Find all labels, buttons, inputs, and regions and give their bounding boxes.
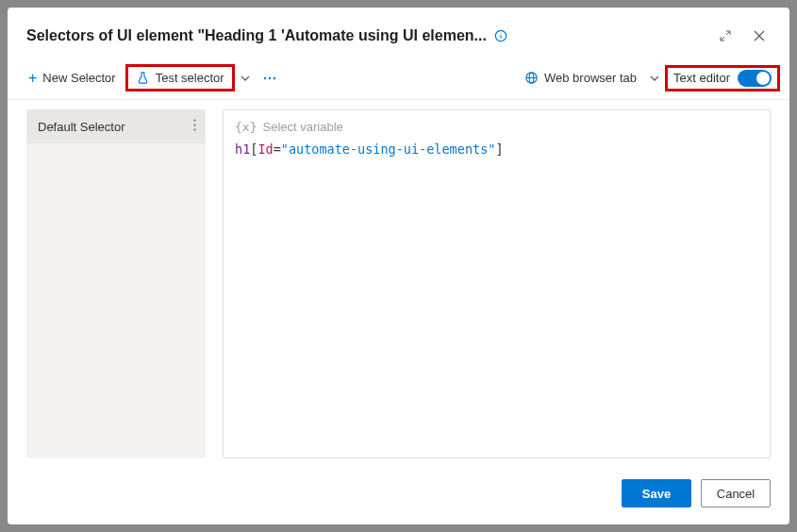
selector-item-more-icon[interactable] [190,119,200,134]
test-selector-highlight: Test selector [125,64,235,91]
info-icon[interactable] [494,29,507,42]
web-browser-tab-label: Web browser tab [544,71,637,85]
expand-icon[interactable] [710,21,740,51]
more-options-button[interactable] [256,73,284,84]
dialog-body: Default Selector {x} Select variable h1[… [8,100,789,468]
svg-point-5 [263,76,265,78]
selector-code[interactable]: h1[Id="automate-using-ui-elements"] [235,141,758,157]
variable-icon: {x} [235,120,257,134]
test-selector-dropdown[interactable] [235,70,256,87]
plus-icon: + [28,71,37,86]
selector-editor[interactable]: {x} Select variable h1[Id="automate-usin… [223,109,771,458]
close-icon[interactable] [744,21,774,51]
text-editor-label: Text editor [673,71,730,85]
test-selector-label: Test selector [156,71,224,85]
svg-point-6 [268,76,270,78]
svg-point-7 [273,76,274,78]
svg-point-11 [194,120,196,122]
new-selector-button[interactable]: + New Selector [21,67,124,90]
web-browser-chevron-icon[interactable] [644,70,665,87]
save-button[interactable]: Save [622,479,691,507]
svg-point-2 [500,33,501,34]
selector-dialog: Selectors of UI element "Heading 1 'Auto… [8,8,789,524]
globe-icon [524,71,539,85]
toolbar: + New Selector Test selector [8,60,789,100]
new-selector-label: New Selector [42,71,115,85]
selector-item[interactable]: Default Selector [26,109,206,143]
selector-item-label: Default Selector [38,120,125,134]
selector-list: Default Selector [26,109,206,458]
cancel-button[interactable]: Cancel [701,479,771,507]
beaker-icon [136,71,150,85]
test-selector-button[interactable]: Test selector [128,67,232,89]
dialog-title: Selectors of UI element "Heading 1 'Auto… [26,27,487,44]
select-variable-button[interactable]: {x} Select variable [235,118,758,141]
svg-point-13 [194,129,196,131]
select-variable-label: Select variable [262,120,342,134]
text-editor-toggle[interactable] [738,70,772,87]
text-editor-highlight: Text editor [665,65,780,91]
svg-point-12 [194,125,196,126]
dialog-footer: Save Cancel [8,468,789,524]
web-browser-tab-dropdown[interactable]: Web browser tab [517,67,644,89]
dialog-header: Selectors of UI element "Heading 1 'Auto… [8,8,789,60]
